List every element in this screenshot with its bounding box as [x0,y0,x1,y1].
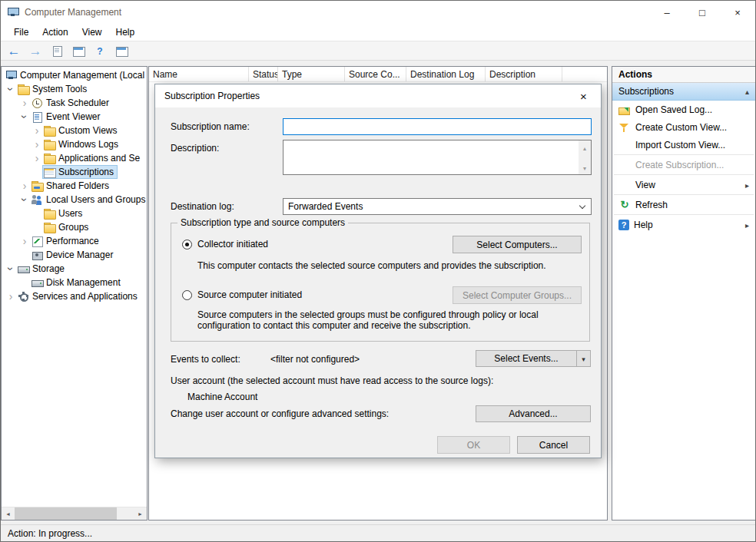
column-header-description[interactable]: Description [486,67,562,81]
select-events-dropdown-arrow[interactable] [576,351,590,366]
actions-group-subscriptions[interactable]: Subscriptions [612,83,755,101]
expand-icon[interactable] [18,96,31,111]
select-computer-groups-button[interactable]: Select Computer Groups... [453,286,582,304]
folder-icon [44,126,55,136]
action-create-subscription[interactable]: Create Subscription... [612,156,755,174]
source-description: Source computers in the selected groups … [197,309,582,331]
column-header-status[interactable]: Status [249,67,278,81]
dialog-close-button[interactable]: × [566,84,601,107]
computer-management-window: Computer Management – □ × File Action Vi… [0,0,756,542]
task-scheduler-icon [32,98,43,108]
action-view[interactable]: View [612,176,755,193]
tree-item-users[interactable]: Users [2,207,147,220]
collapse-group-icon[interactable] [745,86,749,97]
scroll-down-icon[interactable] [583,162,586,173]
tree-item-system-tools[interactable]: System Tools [2,82,147,96]
column-header-source-computers[interactable]: Source Co... [345,67,406,81]
menu-action[interactable]: Action [35,25,75,41]
shared-folders-icon [32,181,43,191]
scrollbar-track[interactable] [15,507,134,521]
back-button[interactable] [4,42,24,59]
destination-log-select[interactable]: Forwarded Events [283,198,592,215]
collapse-icon[interactable] [18,110,31,124]
device-manager-icon [32,250,43,260]
tree-item-subscriptions[interactable]: Subscriptions [2,165,147,179]
refresh-icon [618,200,631,210]
action-open-saved-log[interactable]: Open Saved Log... [612,101,755,118]
column-header-name[interactable]: Name [149,67,249,81]
menu-help[interactable]: Help [109,25,142,41]
tree-item-computer-management[interactable]: Computer Management (Local [2,68,147,82]
scroll-right-button[interactable] [134,507,147,521]
app-icon [8,8,19,17]
tree-horizontal-scrollbar[interactable] [2,507,147,520]
select-computers-button[interactable]: Select Computers... [453,236,582,253]
tree-item-storage[interactable]: Storage [2,262,147,276]
cancel-button[interactable]: Cancel [517,436,590,454]
description-input[interactable] [284,140,579,174]
user-account-note: User account (the selected account must … [171,375,493,386]
collector-initiated-radio[interactable]: Collector initiated [182,239,268,250]
menu-view[interactable]: View [75,25,109,41]
forward-button[interactable] [25,42,45,59]
action-refresh[interactable]: Refresh [612,196,755,213]
action-create-custom-view[interactable]: Create Custom View... [612,118,755,136]
help-icon [94,46,106,56]
tree-item-disk-management[interactable]: Disk Management [2,276,147,289]
console-tree-panel: Computer Management (Local System Tools … [1,66,148,521]
close-button[interactable]: × [720,1,755,24]
column-header-type[interactable]: Type [278,67,345,81]
column-header-destination-log[interactable]: Destination Log [406,67,486,81]
minimize-button[interactable]: – [649,1,685,24]
tree-item-services-and-applications[interactable]: Services and Applications [2,289,147,303]
properties-button[interactable] [111,42,131,59]
window-title: Computer Management [25,7,121,18]
console-window-icon [73,46,85,56]
tree-item-shared-folders[interactable]: Shared Folders [2,179,147,193]
tree-item-task-scheduler[interactable]: Task Scheduler [2,96,147,110]
advanced-button[interactable]: Advanced... [476,405,591,422]
tree-item-device-manager[interactable]: Device Manager [2,248,147,262]
tree-item-local-users-and-groups[interactable]: Local Users and Groups [2,193,147,207]
tree-item-windows-logs[interactable]: Windows Logs [2,137,147,151]
expand-icon[interactable] [31,124,43,138]
maximize-button[interactable]: □ [685,1,720,24]
title-bar[interactable]: Computer Management – □ × [1,1,755,24]
subscription-name-input[interactable] [283,118,592,135]
ok-button[interactable]: OK [437,436,510,454]
scroll-left-button[interactable] [2,507,15,521]
combo-dropdown-icon[interactable] [574,199,591,214]
description-scrollbar[interactable] [579,140,591,174]
tree-item-custom-views[interactable]: Custom Views [2,124,147,137]
expand-icon[interactable] [18,234,31,249]
expand-icon[interactable] [5,289,17,304]
action-import-custom-view[interactable]: Import Custom View... [612,136,755,154]
console-tree: Computer Management (Local System Tools … [2,67,147,303]
tree-item-performance[interactable]: Performance [2,234,147,248]
status-text: Action: In progress... [8,528,92,539]
expand-icon[interactable] [31,137,43,152]
menu-file[interactable]: File [7,25,35,41]
scrollbar-thumb[interactable] [15,507,117,521]
collapse-icon[interactable] [5,82,17,97]
select-events-button[interactable]: Select Events... [476,350,591,367]
collapse-icon[interactable] [5,262,17,276]
tree-item-groups[interactable]: Groups [2,220,147,234]
description-label: Description: [171,143,219,154]
dialog-title-bar[interactable]: Subscription Properties × [155,84,601,107]
back-icon [8,45,21,58]
export-list-button[interactable] [47,42,67,59]
properties-window-icon [116,46,128,56]
computer-icon [5,71,17,81]
show-console-tree-button[interactable] [68,42,88,59]
collapse-icon[interactable] [18,193,31,207]
scroll-up-icon[interactable] [583,142,586,153]
expand-icon[interactable] [31,151,43,166]
radio-selected-icon [182,240,192,250]
help-button[interactable] [90,42,110,59]
source-computer-initiated-radio[interactable]: Source computer initiated [182,289,302,300]
tree-item-applications-services-logs[interactable]: Applications and Se [2,151,147,165]
tree-item-event-viewer[interactable]: Event Viewer [2,110,147,124]
action-help[interactable]: Help [612,216,755,233]
expand-icon[interactable] [18,179,31,193]
